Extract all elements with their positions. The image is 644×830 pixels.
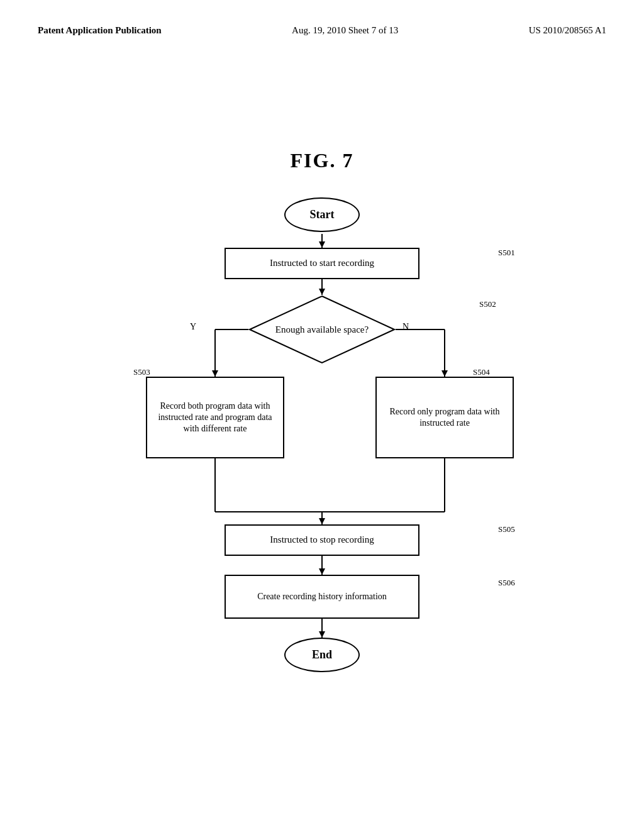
svg-marker-19 [319,631,325,638]
s506-label: S506 [498,578,515,588]
svg-marker-15 [319,518,325,524]
svg-marker-17 [319,568,325,575]
s503-label: S503 [133,367,150,377]
n-label: N [402,322,409,332]
end-oval: End [284,638,360,672]
fig-title: FIG. 7 [0,149,644,172]
start-oval: Start [284,197,360,232]
svg-marker-6 [212,370,218,377]
step502-diamond: Enough available space? [248,295,396,364]
header-left: Patent Application Publication [38,25,162,36]
header-center: Aug. 19, 2010 Sheet 7 of 13 [292,25,398,36]
step506-rect: Create recording history information [225,575,419,619]
s502-label: S502 [479,299,496,309]
step505-rect: Instructed to stop recording [225,524,419,556]
svg-marker-9 [441,370,448,377]
step503-rect: Record both program data with instructed… [146,377,284,458]
s501-label: S501 [498,248,515,258]
y-label: Y [190,322,196,332]
s505-label: S505 [498,524,515,534]
page-header: Patent Application Publication Aug. 19, … [0,0,644,36]
s504-label: S504 [473,367,490,377]
svg-marker-3 [319,289,325,295]
step501-rect: Instructed to start recording [225,248,419,279]
diagram-container: Start S501 Instructed to start recording… [102,191,542,707]
header-right: US 2010/208565 A1 [529,25,606,36]
step504-rect: Record only program data with instructed… [375,377,514,458]
svg-marker-1 [319,241,325,248]
